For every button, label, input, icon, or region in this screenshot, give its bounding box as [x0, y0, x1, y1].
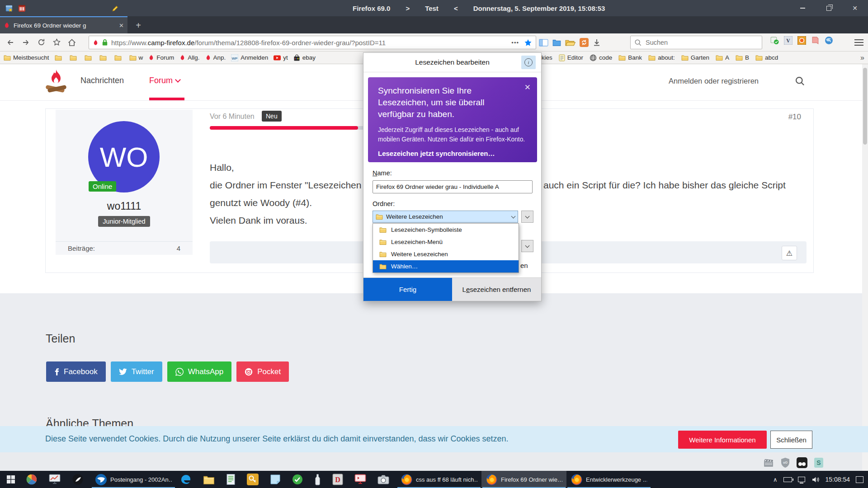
taskbar-item[interactable]: Entwicklerwerkzeuge …: [566, 471, 651, 488]
bookmark-item[interactable]: [99, 55, 109, 61]
folder-option[interactable]: Lesezeichen-Symbolleiste: [373, 224, 519, 236]
cookie-close-button[interactable]: Schließen: [770, 431, 812, 449]
bookmark-item[interactable]: ebay: [293, 54, 316, 61]
taskbar-item[interactable]: [199, 471, 222, 488]
taskbar-item[interactable]: css aus ff 68 läuft nich…: [396, 471, 481, 488]
post-number[interactable]: #10: [788, 113, 801, 122]
bookmark-item[interactable]: [85, 55, 94, 61]
url-bar[interactable]: https://www.camp-firefox.de/forum/thema/…: [89, 36, 536, 49]
pencil-icon[interactable]: [111, 5, 119, 12]
open-folder-icon[interactable]: [565, 39, 576, 47]
taskbar-item[interactable]: Firefox 69 Ordner wie…: [481, 471, 566, 488]
bookmark-item[interactable]: Bank: [618, 54, 642, 61]
sync-icon[interactable]: [580, 38, 589, 47]
taskbar-item[interactable]: [266, 471, 288, 488]
posts-count[interactable]: 4: [177, 244, 180, 252]
start-button[interactable]: [0, 471, 22, 488]
bookmark-item[interactable]: code: [590, 54, 612, 61]
bookmark-item[interactable]: WPAnmelden: [231, 54, 268, 61]
folder-option[interactable]: Lesezeichen-Menü: [373, 236, 519, 248]
extension-green-check-icon[interactable]: [770, 36, 779, 45]
bookmark-name-input[interactable]: [373, 180, 533, 193]
search-input[interactable]: [645, 38, 758, 47]
bookmarks-overflow-chevron-icon[interactable]: »: [860, 52, 864, 64]
tags-expander-button[interactable]: [521, 240, 533, 252]
bookmark-item[interactable]: B: [736, 54, 749, 61]
speaker-icon[interactable]: [812, 476, 820, 483]
star-icon[interactable]: [49, 36, 64, 49]
close-button[interactable]: ✕: [842, 0, 868, 16]
username[interactable]: wo1111: [56, 200, 193, 212]
back-icon[interactable]: [3, 36, 18, 49]
taskbar-item[interactable]: [288, 471, 310, 488]
bookmark-item[interactable]: Meistbesucht: [4, 54, 49, 61]
bookmark-item[interactable]: abcd: [755, 54, 778, 61]
bookmark-item[interactable]: w: [129, 54, 143, 61]
hamburger-menu-icon[interactable]: [854, 38, 863, 47]
extension-blue-swirl-icon[interactable]: [825, 36, 833, 45]
search-bar[interactable]: [630, 36, 762, 49]
page-float-icon[interactable]: S: [814, 457, 824, 468]
bookmark-item[interactable]: Allg.: [179, 54, 199, 61]
folder-expander-button[interactable]: [521, 211, 533, 223]
active-tab[interactable]: Firefox 69 Ordner wieder g ✕: [0, 16, 127, 33]
lock-icon[interactable]: [102, 39, 108, 46]
cookie-info-button[interactable]: Weitere Informationen: [678, 431, 767, 449]
bookmark-item[interactable]: about:: [648, 54, 675, 61]
reload-icon[interactable]: [33, 36, 49, 49]
info-button[interactable]: i: [521, 56, 536, 69]
new-tab-button[interactable]: +: [132, 19, 145, 32]
campfire-logo-icon[interactable]: [44, 69, 68, 96]
page-float-icon[interactable]: [797, 457, 807, 468]
restore-button[interactable]: [816, 0, 842, 16]
folder-option[interactable]: Weitere Lesezeichen: [373, 248, 519, 260]
bookmark-item[interactable]: yt: [274, 54, 288, 61]
done-button[interactable]: Fertig: [363, 278, 452, 301]
tray-clock[interactable]: 15:08:54: [826, 476, 850, 483]
nav-item-nachrichten[interactable]: Nachrichten: [80, 76, 124, 85]
sync-now-link[interactable]: Lesezeichen jetzt synchronisieren…: [378, 150, 527, 157]
page-actions-icon[interactable]: •••: [511, 39, 519, 46]
scrollbar-thumb[interactable]: [863, 68, 867, 145]
network-icon[interactable]: [798, 477, 805, 482]
login-link[interactable]: Anmelden oder registrieren: [669, 77, 759, 85]
extension-orange-icon[interactable]: [797, 36, 806, 45]
extension-pink-icon[interactable]: [811, 36, 820, 45]
extension-v-icon[interactable]: V: [784, 36, 793, 45]
minimize-button[interactable]: [789, 0, 816, 16]
page-scrollbar[interactable]: [862, 64, 868, 471]
share-button[interactable]: WhatsApp: [167, 361, 231, 382]
folder-option-choose[interactable]: Wählen…: [373, 260, 519, 272]
taskbar-item[interactable]: [22, 471, 45, 488]
action-center-icon[interactable]: [856, 476, 863, 483]
forward-icon[interactable]: [18, 36, 33, 49]
battery-icon[interactable]: [783, 477, 792, 482]
taskbar-item[interactable]: [45, 471, 68, 488]
bookmark-item[interactable]: Anp.: [205, 54, 226, 61]
header-search-icon[interactable]: [795, 76, 805, 86]
share-button[interactable]: Pocket: [236, 361, 289, 382]
bookmark-item[interactable]: [114, 55, 124, 61]
page-float-icon[interactable]: uO: [780, 457, 790, 468]
nav-item-forum[interactable]: Forum: [149, 76, 180, 85]
report-button[interactable]: ⚠: [782, 246, 797, 260]
download-icon[interactable]: [593, 38, 601, 47]
taskbar-item[interactable]: [243, 471, 266, 488]
taskbar-item[interactable]: Posteingang - 2002An…: [91, 471, 176, 488]
bookmark-item[interactable]: [55, 55, 64, 61]
share-button[interactable]: Twitter: [111, 361, 162, 382]
taskbar-item[interactable]: [68, 471, 91, 488]
taskbar-item[interactable]: [373, 471, 396, 488]
bookmark-item[interactable]: Forum: [148, 54, 174, 61]
taskbar-item[interactable]: [310, 471, 328, 488]
bookmark-item[interactable]: Editor: [559, 54, 583, 61]
taskbar-item[interactable]: D: [328, 471, 350, 488]
taskbar-item[interactable]: [350, 471, 373, 488]
bookmark-item[interactable]: [70, 55, 79, 61]
sync-promo-close-icon[interactable]: ✕: [524, 83, 531, 92]
sidebar-icon[interactable]: [539, 38, 548, 47]
folder-select[interactable]: Weitere Lesezeichen: [373, 211, 518, 223]
taskbar-item[interactable]: [176, 471, 199, 488]
remove-bookmark-button[interactable]: Lesezeichen entfernen: [452, 278, 541, 301]
post-timestamp[interactable]: Vor 6 Minuten: [210, 113, 255, 121]
